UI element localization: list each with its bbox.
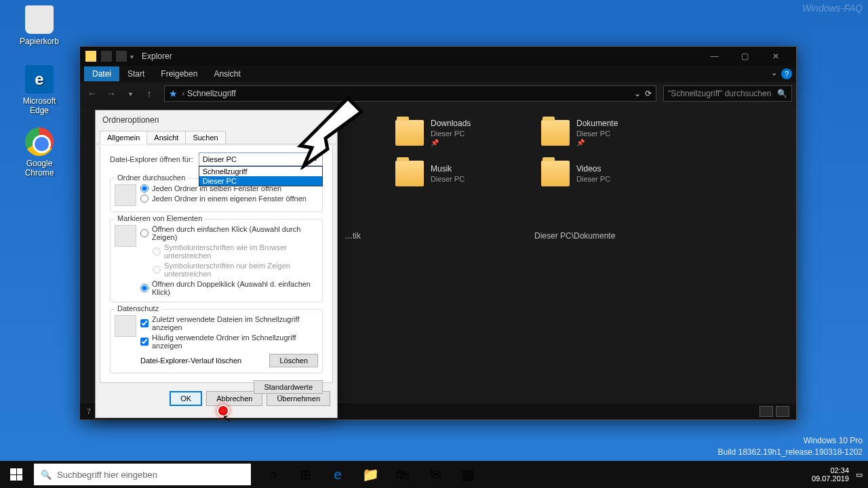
radio-label: Öffnen durch Doppelklick (Auswahl d. ein… bbox=[152, 280, 318, 296]
nav-up-button[interactable]: ↑ bbox=[141, 85, 157, 102]
taskview-icon[interactable]: ⊞ bbox=[289, 461, 321, 488]
desktop-recycle-bin[interactable]: Papierkorb bbox=[12, 5, 66, 46]
watermark-line1: Windows 10 Pro bbox=[717, 435, 863, 447]
desktop-icon-label: Google Chrome bbox=[25, 159, 54, 178]
folder-location: Dieser PC bbox=[431, 175, 465, 183]
folder-documents[interactable]: Dokumente Dieser PC 📌 bbox=[541, 119, 618, 146]
view-thumbnails-button[interactable] bbox=[776, 406, 789, 417]
desktop-icon-label: Papierkorb bbox=[20, 37, 59, 46]
notifications-icon[interactable]: ▭ bbox=[856, 470, 863, 479]
nav-back-button[interactable]: ← bbox=[84, 85, 100, 102]
address-dropdown-icon[interactable]: ⌄ bbox=[634, 89, 641, 98]
folder-name: Dokumente bbox=[576, 119, 618, 128]
check-recent-files[interactable] bbox=[140, 319, 149, 327]
close-button[interactable]: ✕ bbox=[760, 47, 791, 66]
radio-label: Symbolunterschriften wie im Browser unte… bbox=[164, 243, 318, 260]
preview-label: …tik bbox=[344, 231, 361, 241]
folder-location: Dieser PC bbox=[576, 129, 618, 138]
breadcrumb-chevron-icon[interactable]: › bbox=[182, 89, 184, 98]
folder-icon bbox=[541, 161, 570, 186]
window-title: Explorer bbox=[142, 52, 699, 61]
nav-bar: ← → ▾ ↑ ★ › Schnellzugriff ⌄ ⟳ "Schnellz… bbox=[80, 82, 796, 105]
search-input[interactable]: "Schnellzugriff" durchsuchen 🔍 bbox=[663, 85, 792, 102]
folder-name: Videos bbox=[576, 164, 610, 174]
desktop-chrome[interactable]: Google Chrome bbox=[12, 127, 66, 178]
clear-history-label: Datei-Explorer-Verlauf löschen bbox=[140, 357, 241, 365]
folder-videos[interactable]: Videos Dieser PC bbox=[541, 161, 610, 186]
restore-defaults-button[interactable]: Standardwerte bbox=[254, 380, 323, 394]
radio-same-window[interactable] bbox=[140, 184, 149, 192]
browse-group-title: Ordner durchsuchen bbox=[115, 174, 188, 182]
combo-value: Dieser PC bbox=[203, 155, 237, 163]
qat-properties-icon[interactable] bbox=[101, 51, 112, 62]
tray-clock: 02:34 bbox=[812, 466, 849, 474]
cortana-icon[interactable]: ○ bbox=[256, 461, 289, 488]
search-placeholder: "Schnellzugriff" durchsuchen bbox=[668, 89, 771, 98]
nav-history-button[interactable]: ▾ bbox=[122, 85, 138, 102]
chrome-icon bbox=[25, 127, 54, 156]
search-icon: 🔍 bbox=[41, 470, 52, 480]
document-path: Dieser PC\Dokumente bbox=[534, 231, 615, 241]
radio-underline-browser bbox=[153, 247, 161, 256]
radio-double-click[interactable] bbox=[140, 284, 149, 292]
refresh-icon[interactable]: ⟳ bbox=[645, 89, 652, 98]
taskbar-explorer-icon[interactable]: 📁 bbox=[354, 461, 387, 488]
tab-search[interactable]: Suchen bbox=[185, 131, 225, 144]
taskbar: 🔍 Suchbegriff hier eingeben ○ ⊞ e 📁 🛍 ✉ … bbox=[0, 461, 868, 488]
folder-name: Downloads bbox=[431, 119, 471, 128]
folder-downloads[interactable]: Downloads Dieser PC 📌 bbox=[395, 119, 471, 146]
maximize-button[interactable]: ▢ bbox=[730, 47, 760, 66]
breadcrumb[interactable]: Schnellzugriff bbox=[187, 89, 236, 98]
edge-icon: e bbox=[25, 65, 54, 94]
desktop-edge[interactable]: e Microsoft Edge bbox=[12, 65, 66, 115]
view-details-button[interactable] bbox=[760, 406, 773, 417]
taskbar-store-icon[interactable]: 🛍 bbox=[387, 461, 419, 488]
radio-single-click[interactable] bbox=[140, 229, 149, 237]
taskbar-edge-icon[interactable]: e bbox=[321, 461, 354, 488]
folder-location: Dieser PC bbox=[576, 175, 610, 183]
titlebar[interactable]: ▾ Explorer — ▢ ✕ bbox=[80, 47, 796, 66]
dialog-title[interactable]: Ordneroptionen bbox=[96, 110, 337, 129]
folder-name: Musik bbox=[431, 164, 465, 174]
open-for-combo[interactable]: Dieser PC ▼ Schnellzugriff Dieser PC bbox=[199, 152, 323, 166]
radio-label: Symbolunterschriften nur beim Zeigen unt… bbox=[164, 262, 318, 278]
cursor-annotation: ↖ bbox=[222, 412, 231, 425]
explorer-icon bbox=[85, 51, 96, 62]
check-frequent-folders[interactable] bbox=[140, 338, 149, 346]
taskbar-mail-icon[interactable]: ✉ bbox=[419, 461, 452, 488]
minimize-button[interactable]: — bbox=[699, 47, 730, 66]
folder-music[interactable]: Musik Dieser PC bbox=[395, 161, 465, 186]
ribbon-collapse-icon[interactable]: ⌄ bbox=[771, 68, 777, 79]
ribbon-tab-file[interactable]: Datei bbox=[84, 66, 119, 81]
qat-newfolder-icon[interactable] bbox=[116, 51, 127, 62]
radio-own-window[interactable] bbox=[140, 195, 149, 203]
watermark-faq: Windows-FAQ bbox=[802, 3, 863, 14]
search-icon: 🔍 bbox=[777, 89, 787, 98]
status-count: 7 bbox=[87, 407, 91, 415]
clear-history-button[interactable]: Löschen bbox=[269, 354, 318, 367]
start-button[interactable] bbox=[0, 461, 33, 488]
tab-general[interactable]: Allgemein bbox=[100, 131, 147, 144]
desktop-icon-label: Microsoft Edge bbox=[23, 96, 56, 115]
ribbon-tab-view[interactable]: Ansicht bbox=[205, 66, 248, 81]
tab-view[interactable]: Ansicht bbox=[146, 131, 186, 144]
qat-dropdown-icon[interactable]: ▾ bbox=[130, 53, 134, 60]
ribbon-tab-start[interactable]: Start bbox=[119, 66, 153, 81]
system-tray[interactable]: 02:34 09.07.2019 ▭ bbox=[812, 466, 868, 483]
chevron-down-icon: ▼ bbox=[313, 156, 319, 163]
open-for-label: Datei-Explorer öffnen für: bbox=[110, 155, 193, 163]
dropdown-item-thispc[interactable]: Dieser PC bbox=[199, 176, 322, 186]
dropdown-item-quickaccess[interactable]: Schnellzugriff bbox=[199, 167, 322, 176]
check-label: Zuletzt verwendete Dateien im Schnellzug… bbox=[152, 315, 318, 331]
taskbar-app-icon[interactable]: ▦ bbox=[452, 461, 484, 488]
help-icon[interactable]: ? bbox=[781, 68, 792, 79]
dialog-body: Datei-Explorer öffnen für: Dieser PC ▼ S… bbox=[100, 146, 333, 383]
address-bar[interactable]: ★ › Schnellzugriff ⌄ ⟳ bbox=[164, 85, 656, 102]
ribbon-tab-share[interactable]: Freigeben bbox=[153, 66, 205, 81]
nav-forward-button[interactable]: → bbox=[103, 85, 119, 102]
radio-label: Jeden Ordner in einem eigenen Fenster öf… bbox=[152, 195, 307, 203]
folder-location: Dieser PC bbox=[431, 129, 471, 138]
folder-options-dialog: Ordneroptionen Allgemein Ansicht Suchen … bbox=[95, 110, 338, 418]
taskbar-search-input[interactable]: 🔍 Suchbegriff hier eingeben bbox=[34, 464, 251, 485]
ribbon: Datei Start Freigeben Ansicht ⌄ ? bbox=[80, 66, 796, 82]
